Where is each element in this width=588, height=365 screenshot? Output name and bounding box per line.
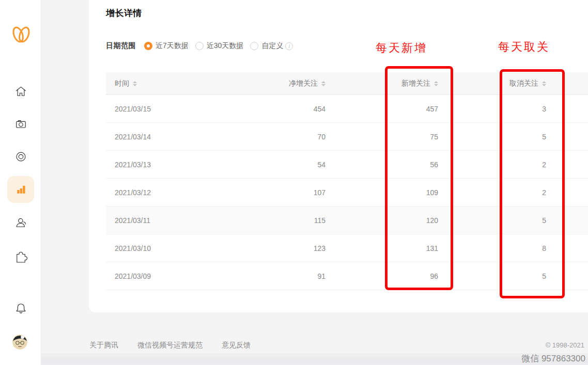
radio-last-7-days[interactable]: 近7天数据 [144, 41, 189, 51]
footer-link-feedback[interactable]: 意见反馈 [222, 341, 251, 350]
cell-net-follows: 91 [217, 272, 326, 280]
cell-new-follows: 120 [326, 216, 438, 225]
cell-unfollows: 5 [438, 133, 546, 141]
cell-net-follows: 54 [217, 161, 326, 169]
bottom-strip [41, 354, 588, 365]
user-avatar[interactable] [12, 335, 27, 350]
wechat-channels-logo[interactable] [11, 23, 32, 46]
sidebar [0, 0, 41, 365]
sort-icon[interactable] [133, 81, 137, 86]
cell-new-follows: 96 [326, 272, 438, 280]
cell-net-follows: 123 [217, 244, 326, 252]
annotation-label-daily-unfollow: 每天取关 [498, 39, 550, 55]
footer-link-about-tencent[interactable]: 关于腾讯 [89, 341, 118, 350]
info-circle-icon[interactable]: i [285, 42, 293, 50]
cell-unfollows: 8 [438, 244, 546, 252]
cell-date: 2021/03/11 [106, 216, 217, 225]
page-title: 增长详情 [106, 7, 142, 19]
table-row[interactable]: 2021/03/14 70 75 5 [106, 123, 588, 151]
radio-label: 近7天数据 [156, 41, 189, 51]
cell-date: 2021/03/13 [106, 161, 217, 169]
sort-icon[interactable] [321, 81, 326, 86]
people-icon [14, 216, 28, 230]
column-header-time[interactable]: 时间 [106, 79, 217, 88]
table-row[interactable]: 2021/03/15 454 457 3 [106, 95, 588, 123]
table-body: 2021/03/15 454 457 3 2021/03/14 70 75 5 … [106, 95, 588, 290]
cell-date: 2021/03/12 [106, 188, 217, 197]
radio-unselected-icon [195, 42, 204, 50]
cell-new-follows: 75 [326, 133, 438, 141]
cell-net-follows: 107 [217, 188, 326, 197]
bell-icon [14, 301, 28, 315]
growth-table: 时间 净增关注 新增关注 取消关注 2021/03/15 454 457 3 2… [106, 72, 588, 290]
sidebar-item-create[interactable] [7, 110, 34, 137]
cell-new-follows: 56 [326, 161, 438, 169]
bar-chart-icon [14, 183, 28, 197]
channels-analytics-page: 增长详情 日期范围 近7天数据 近30天数据 自定义 i 时间 [0, 0, 588, 365]
cell-unfollows: 2 [438, 161, 546, 169]
sidebar-item-followers[interactable] [7, 209, 34, 236]
home-icon [14, 85, 28, 99]
radio-unselected-icon [250, 42, 258, 50]
radio-custom-range[interactable]: 自定义 i [250, 41, 293, 51]
cell-date: 2021/03/15 [106, 105, 217, 113]
radio-last-30-days[interactable]: 近30天数据 [195, 41, 244, 51]
cell-unfollows: 2 [438, 188, 546, 197]
date-range-label: 日期范围 [106, 41, 136, 51]
annotation-label-daily-new: 每天新增 [376, 40, 427, 56]
cell-date: 2021/03/14 [106, 133, 217, 141]
cell-unfollows: 3 [438, 105, 546, 113]
camera-icon [14, 117, 28, 131]
date-range-row: 日期范围 近7天数据 近30天数据 自定义 i [106, 41, 300, 51]
radio-label: 自定义 [261, 41, 283, 51]
cell-net-follows: 70 [217, 133, 326, 141]
copyright-text: © 1998-2021 [546, 341, 584, 349]
footer-links: 关于腾讯 微信视频号运营规范 意见反馈 [89, 341, 251, 350]
footer-link-channel-rules[interactable]: 微信视频号运营规范 [137, 341, 203, 350]
sidebar-item-record[interactable] [7, 143, 34, 170]
table-header-row: 时间 净增关注 新增关注 取消关注 [106, 72, 588, 95]
table-row[interactable]: 2021/03/09 91 96 5 [106, 262, 588, 290]
cell-new-follows: 131 [326, 244, 438, 252]
cell-net-follows: 115 [217, 216, 326, 225]
cell-net-follows: 454 [217, 105, 326, 113]
cell-unfollows: 5 [438, 272, 546, 280]
table-row[interactable]: 2021/03/10 123 131 8 [106, 234, 588, 262]
column-header-net-follows[interactable]: 净增关注 [217, 79, 326, 88]
sidebar-item-home[interactable] [7, 78, 34, 105]
cell-new-follows: 457 [326, 105, 438, 113]
table-row[interactable]: 2021/03/11 115 120 5 [106, 207, 588, 234]
table-row[interactable]: 2021/03/12 107 109 2 [106, 179, 588, 207]
record-circle-icon [14, 150, 28, 164]
table-row[interactable]: 2021/03/13 54 56 2 [106, 151, 588, 179]
puzzle-piece-icon [14, 249, 28, 263]
column-header-unfollows[interactable]: 取消关注 [438, 79, 546, 88]
sidebar-item-plugin[interactable] [7, 242, 34, 269]
cell-date: 2021/03/10 [106, 244, 217, 252]
avatar-image [12, 335, 27, 350]
sidebar-item-notifications[interactable] [7, 295, 34, 322]
cell-new-follows: 109 [326, 188, 438, 197]
sort-icon[interactable] [542, 81, 546, 86]
cell-unfollows: 5 [438, 216, 546, 225]
radio-label: 近30天数据 [207, 41, 244, 51]
cell-date: 2021/03/09 [106, 272, 217, 280]
column-header-new-follows[interactable]: 新增关注 [326, 79, 438, 88]
sort-icon[interactable] [434, 81, 438, 86]
sidebar-item-analytics[interactable] [7, 176, 34, 203]
radio-selected-icon [144, 42, 152, 50]
wechat-watermark: 微信 957863300 [521, 353, 585, 364]
